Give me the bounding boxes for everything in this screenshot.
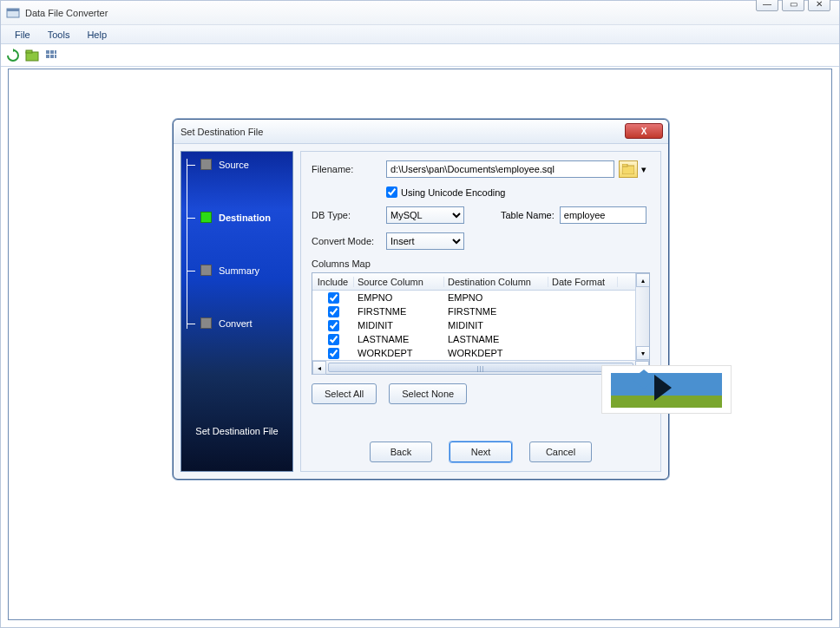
svg-rect-5 bbox=[50, 50, 54, 54]
unicode-label: Using Unicode Encoding bbox=[401, 187, 505, 198]
convertmode-select[interactable]: Insert bbox=[386, 232, 464, 250]
cell-dest: MIDINIT bbox=[444, 320, 548, 330]
filename-input[interactable] bbox=[386, 160, 614, 178]
table-row[interactable]: LASTNAME LASTNAME bbox=[312, 332, 635, 346]
svg-rect-7 bbox=[50, 55, 54, 58]
dbtype-select[interactable]: MySQL bbox=[386, 206, 464, 224]
scroll-left-button[interactable]: ◂ bbox=[312, 361, 326, 375]
dialog-titlebar: Set Destination File X bbox=[174, 120, 668, 144]
columns-grid: Include Source Column Destination Column… bbox=[312, 272, 650, 375]
menu-bar: File Tools Help bbox=[1, 25, 839, 44]
step-destination[interactable]: Destination bbox=[200, 212, 271, 223]
step-box-icon bbox=[200, 159, 212, 170]
step-box-icon bbox=[200, 265, 212, 276]
minimize-button[interactable]: — bbox=[756, 0, 778, 11]
step-label: Summary bbox=[219, 265, 259, 276]
table-row[interactable]: EMPNO EMPNO bbox=[312, 291, 635, 304]
back-button[interactable]: Back bbox=[370, 442, 432, 462]
browse-button[interactable] bbox=[619, 160, 638, 178]
header-include[interactable]: Include bbox=[312, 277, 354, 287]
cell-source: EMPNO bbox=[354, 292, 444, 303]
scroll-down-button[interactable]: ▾ bbox=[636, 346, 649, 360]
dialog-close-button[interactable]: X bbox=[625, 123, 663, 139]
cancel-button[interactable]: Cancel bbox=[529, 442, 592, 462]
grid-view-icon[interactable] bbox=[44, 49, 58, 62]
tablename-label: Table Name: bbox=[501, 210, 555, 220]
svg-rect-9 bbox=[55, 55, 56, 58]
filename-dropdown-button[interactable]: ▾ bbox=[638, 160, 650, 178]
open-icon[interactable] bbox=[25, 49, 39, 62]
select-none-button[interactable]: Select None bbox=[389, 383, 467, 404]
scrollbar-thumb[interactable]: ||| bbox=[328, 363, 633, 372]
title-bar: Data File Converter — ▭ ✕ bbox=[1, 1, 839, 25]
destination-dialog: Set Destination File X Source Destinatio… bbox=[173, 119, 669, 480]
refresh-icon[interactable] bbox=[6, 49, 20, 62]
menu-tools[interactable]: Tools bbox=[39, 28, 79, 42]
maximize-button[interactable]: ▭ bbox=[782, 0, 804, 11]
cell-dest: LASTNAME bbox=[444, 334, 548, 344]
filename-label: Filename: bbox=[312, 164, 381, 174]
include-checkbox[interactable] bbox=[328, 292, 339, 304]
step-box-icon bbox=[200, 317, 212, 329]
step-label: Destination bbox=[219, 213, 271, 223]
tablename-input[interactable] bbox=[560, 206, 646, 224]
horizontal-scrollbar[interactable]: ◂ ||| ▸ bbox=[312, 360, 649, 374]
include-checkbox[interactable] bbox=[328, 306, 339, 317]
dbtype-label: DB Type: bbox=[312, 210, 381, 220]
columnsmap-label: Columns Map bbox=[312, 258, 650, 269]
step-convert[interactable]: Convert bbox=[200, 317, 271, 329]
app-icon bbox=[6, 6, 20, 20]
form-panel: Filename: ▾ Using Unicode Encoding DB Ty… bbox=[300, 151, 661, 472]
svg-rect-8 bbox=[55, 50, 56, 54]
main-window: Data File Converter — ▭ ✕ File Tools Hel… bbox=[0, 0, 840, 628]
scroll-up-button[interactable]: ▴ bbox=[636, 273, 649, 287]
include-checkbox[interactable] bbox=[328, 334, 339, 345]
select-all-button[interactable]: Select All bbox=[312, 383, 377, 404]
decorative-overlay bbox=[601, 365, 732, 414]
menu-file[interactable]: File bbox=[6, 28, 39, 42]
table-row[interactable]: MIDINIT MIDINIT bbox=[312, 318, 635, 332]
steps-panel: Source Destination Summary bbox=[180, 151, 293, 472]
folder-icon bbox=[622, 164, 634, 174]
step-source[interactable]: Source bbox=[200, 159, 271, 170]
cell-dest: EMPNO bbox=[444, 292, 548, 303]
window-title: Data File Converter bbox=[25, 8, 834, 18]
cell-source: FIRSTNME bbox=[354, 306, 444, 317]
toolbar bbox=[1, 44, 839, 67]
vertical-scrollbar[interactable]: ▴ ▾ bbox=[635, 273, 649, 360]
svg-rect-11 bbox=[622, 164, 627, 167]
step-label: Source bbox=[219, 160, 249, 170]
step-summary[interactable]: Summary bbox=[200, 265, 271, 276]
unicode-checkbox[interactable] bbox=[386, 186, 397, 198]
step-label: Convert bbox=[219, 318, 253, 329]
svg-rect-4 bbox=[46, 50, 49, 54]
include-checkbox[interactable] bbox=[328, 348, 339, 359]
cell-source: WORKDEPT bbox=[354, 348, 444, 358]
cell-dest: WORKDEPT bbox=[444, 348, 548, 358]
cell-source: MIDINIT bbox=[354, 320, 444, 330]
menu-help[interactable]: Help bbox=[78, 28, 115, 42]
grid-header: Include Source Column Destination Column… bbox=[312, 273, 635, 291]
cell-source: LASTNAME bbox=[354, 334, 444, 344]
dialog-title: Set Destination File bbox=[180, 127, 263, 137]
header-date[interactable]: Date Format bbox=[548, 277, 618, 287]
include-checkbox[interactable] bbox=[328, 320, 339, 331]
table-row[interactable]: WORKDEPT WORKDEPT bbox=[312, 346, 635, 360]
header-source[interactable]: Source Column bbox=[354, 277, 444, 287]
grid-body: EMPNO EMPNO FIRSTNME FIRSTNME bbox=[312, 291, 635, 360]
steps-caption: Set Destination File bbox=[181, 426, 292, 436]
svg-rect-1 bbox=[7, 9, 19, 11]
window-close-button[interactable]: ✕ bbox=[808, 0, 830, 11]
svg-rect-6 bbox=[46, 55, 49, 58]
header-dest[interactable]: Destination Column bbox=[444, 277, 548, 287]
cell-dest: FIRSTNME bbox=[444, 306, 548, 317]
next-button[interactable]: Next bbox=[450, 442, 512, 462]
step-box-icon bbox=[200, 212, 212, 223]
svg-rect-3 bbox=[26, 50, 32, 53]
convertmode-label: Convert Mode: bbox=[312, 236, 381, 246]
table-row[interactable]: FIRSTNME FIRSTNME bbox=[312, 304, 635, 318]
